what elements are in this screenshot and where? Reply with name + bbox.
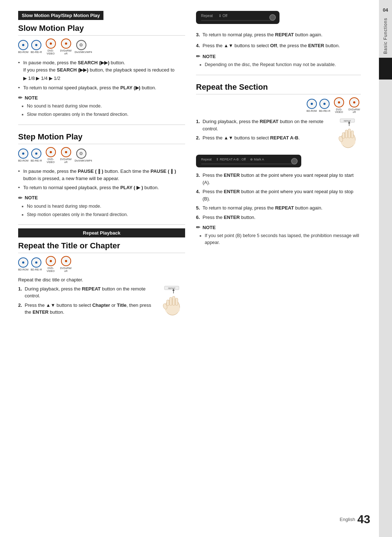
right-step-3: 3. To return to normal play, press the R… <box>196 31 361 38</box>
disc-bd-rom-2: BD-ROM <box>18 149 28 162</box>
device-knob-2 <box>291 158 298 164</box>
slow-motion-sub: If you press the SEARCH (▶▶) button, the… <box>23 66 185 74</box>
side-tab: 04 Basic Functions <box>379 0 392 537</box>
remote-hand-svg-2: REPEAT <box>337 118 361 151</box>
slow-motion-bullet-2: To return to normal speed playback, pres… <box>18 84 185 91</box>
disc-dvd-rw-r-2: DVD±RW/±R <box>60 147 73 163</box>
search-bold-1: SEARCH (▶▶) <box>78 60 109 65</box>
device-repeat-label: Repeat <box>201 14 213 18</box>
disc-bd-rom-1: BD-ROM <box>18 40 28 54</box>
slow-motion-banner: Slow Motion Play/Step Motion Play <box>18 11 185 24</box>
disc-bd-re-r-3: BD-RE/-R <box>30 257 42 271</box>
page-number-container: English 43 <box>340 513 370 526</box>
svg-rect-13 <box>341 138 355 145</box>
language-label: English <box>340 517 355 522</box>
step-motion-disc-icons: BD-ROM BD-RE/-R DVD-VIDEO DVD±RW/±R <box>18 147 185 163</box>
disc-circle-bd-re-r-1 <box>31 40 41 50</box>
svg-rect-7 <box>167 300 169 306</box>
note-label-3: NOTE <box>203 54 216 59</box>
svg-rect-15 <box>348 129 351 138</box>
remote-hand-svg-1: REPEAT <box>162 285 185 318</box>
repeat-section-step-3: 3. Press the ENTER button at the point w… <box>196 172 361 186</box>
slow-motion-note: ✏ NOTE No sound is heard during slow mod… <box>18 95 185 118</box>
device-repeat-label-2: Repeat <box>201 158 212 161</box>
step-motion-section: Step Motion Play BD-ROM BD-RE/-R DVD-VID… <box>18 132 185 218</box>
disc-dvd-rw-r-3: DVD±RW/±R <box>60 256 73 272</box>
play-bold-1: PLAY (▶) <box>120 85 140 90</box>
device-display-top: Repeat ⇕ Off <box>196 11 361 24</box>
disc-circle-dvd-video-1 <box>46 38 56 49</box>
device-screen-1: Repeat ⇕ Off <box>201 14 274 18</box>
disc-circle-dvd-rw-r-1 <box>61 38 71 49</box>
repeat-section-note-1: If you set point (B) before 5 seconds ha… <box>200 232 361 246</box>
step-motion-note-2: Step motion operates only in the forward… <box>22 211 185 218</box>
page-num: 43 <box>357 513 370 526</box>
disc-dvd-video-3: DVD-VIDEO <box>44 256 57 272</box>
note-icon-4: ✏ <box>196 224 200 230</box>
device-screen-2: Repeat ⇕ REPEAT A-B : Off ⊕ Mark A <box>201 158 296 161</box>
note-label-4: NOTE <box>203 225 216 230</box>
step-motion-note: ✏ NOTE No sound is heard during step mod… <box>18 195 185 218</box>
banner-slow-motion: Slow Motion Play/Step Motion Play <box>18 11 103 20</box>
right-step-4-container: 4. Press the ▲▼ buttons to select Off, t… <box>196 42 361 49</box>
disc-dvd-video-4: DVD-VIDEO <box>332 97 346 114</box>
disc-dvd-rw-r-4: DVD±RW/±R <box>348 97 361 114</box>
repeat-section: Repeat the Section BD-ROM BD-RE/-R DVD-V… <box>196 82 361 246</box>
disc-circle-bd-rom-1 <box>18 40 28 50</box>
slow-motion-disc-icons: BD-ROM BD-RE/-R DVD-VIDEO DVD±RW/±R <box>18 38 185 55</box>
slow-motion-bullets: In pause mode, press the SEARCH (▶▶) but… <box>18 59 185 91</box>
repeat-title-heading: Repeat the Title or Chapter <box>18 241 185 253</box>
divider-2 <box>18 224 185 225</box>
repeat-title-intro: Repeat the disc title or chapter. <box>18 277 185 282</box>
disc-bd-re-r-2: BD-RE/-R <box>30 149 42 162</box>
repeat-section-note: ✏ NOTE If you set point (B) before 5 sec… <box>196 224 361 246</box>
repeat-section-title: Repeat the Section <box>196 82 361 94</box>
svg-rect-17 <box>342 133 345 138</box>
svg-rect-14 <box>351 131 354 138</box>
repeat-title-disc-icons: BD-ROM BD-RE/-R DVD-VIDEO DVD±RW/±R <box>18 256 185 272</box>
disc-slot <box>201 20 274 21</box>
device-mockup-2: Repeat ⇕ REPEAT A-B : Off ⊕ Mark A <box>196 155 301 167</box>
repeat-playback-banner-container: Repeat Playback <box>18 228 185 237</box>
device-mark-a: ⊕ Mark A <box>250 158 264 161</box>
device-repeat-ab-value: ⇕ REPEAT A-B : Off <box>216 158 246 161</box>
disc-dvd-video-2: DVD-VIDEO <box>44 147 57 163</box>
disc-bd-rom-3: BD-ROM <box>18 257 28 271</box>
note-icon-2: ✏ <box>18 195 23 201</box>
disc-bd-re-r-4: BD-RE/-R <box>319 99 330 113</box>
step-motion-note-1: No sound is heard during step mode. <box>22 203 185 210</box>
repeat-title-step-1: 1. During playback, press the REPEAT but… <box>18 285 158 300</box>
svg-rect-3 <box>165 305 180 313</box>
repeat-title-step-2: 2. Press the ▲▼ buttons to select Chapte… <box>18 302 158 316</box>
slow-motion-title: Slow Motion Play <box>18 24 185 36</box>
divider-1 <box>18 125 185 125</box>
svg-rect-6 <box>170 297 172 305</box>
svg-rect-16 <box>345 130 348 138</box>
note-label-2: NOTE <box>25 195 38 200</box>
repeat-section-step-5: 5. To return to normal play, press the R… <box>196 204 361 212</box>
side-tab-highlight <box>379 58 392 80</box>
disc-dvd-rw-r-1: DVD±RW/±R <box>60 38 73 55</box>
repeat-section-step-6: 6. Press the ENTER button. <box>196 214 361 221</box>
right-step-3-container: 3. To return to normal play, press the R… <box>196 31 361 38</box>
slow-motion-note-list: No sound is heard during slow mode. Slow… <box>22 103 185 118</box>
note-icon-1: ✏ <box>18 95 23 101</box>
disc-bd-re-r-1: BD-RE/-R <box>30 40 42 54</box>
repeat-section-step-2: 2. Press the ▲▼ buttons to select REPEAT… <box>196 134 334 142</box>
svg-rect-5 <box>172 296 175 305</box>
disc-gear-divx-1: ⚙ <box>76 40 86 50</box>
remote-hand-illustration-1: REPEAT <box>162 285 185 319</box>
svg-text:REPEAT: REPEAT <box>168 287 175 289</box>
disc-slot-2 <box>201 163 296 164</box>
slow-motion-note-1: No sound is heard during slow mode. <box>22 103 185 110</box>
svg-rect-4 <box>175 298 178 305</box>
repeat-title-steps-container: 1. During playback, press the REPEAT but… <box>18 285 185 319</box>
repeat-section-disc-icons: BD-ROM BD-RE/-R DVD-VIDEO DVD±RW/±R <box>196 97 361 114</box>
repeat-section-steps-1-2: 1. During playback, press the REPEAT but… <box>196 118 361 152</box>
step-motion-title: Step Motion Play <box>18 132 185 144</box>
repeat-section-step-1: 1. During playback, press the REPEAT but… <box>196 118 334 132</box>
right-step-4: 4. Press the ▲▼ buttons to select Off, t… <box>196 42 361 49</box>
repeat-title-section: Repeat the Title or Chapter BD-ROM BD-RE… <box>18 241 185 319</box>
device-knob <box>269 14 276 21</box>
device-mockup-1: Repeat ⇕ Off <box>196 11 279 24</box>
